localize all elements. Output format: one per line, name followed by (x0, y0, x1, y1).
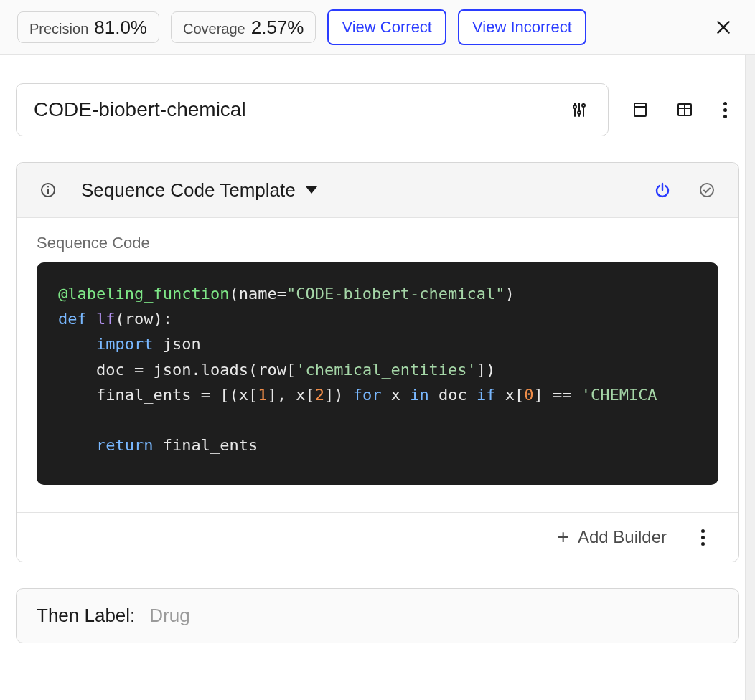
template-dropdown-label: Sequence Code Template (81, 179, 296, 202)
builder-card-footer: + Add Builder (17, 513, 738, 562)
more-menu-icon[interactable] (718, 100, 732, 120)
precision-value: 81.0% (94, 18, 147, 37)
lf-name-box[interactable]: CODE-biobert-chemical (16, 83, 609, 136)
panel-icon[interactable] (629, 98, 652, 121)
builder-card: Sequence Code Template Sequence Code @la… (16, 162, 739, 562)
close-icon[interactable] (709, 13, 738, 42)
precision-chip[interactable]: Precision 81.0% (17, 11, 159, 43)
code-section-label: Sequence Code (37, 234, 718, 252)
then-label-value: Drug (149, 605, 189, 627)
add-builder-label: Add Builder (578, 527, 667, 547)
precision-label: Precision (29, 22, 88, 36)
chevron-down-icon (306, 186, 317, 194)
svg-point-15 (47, 186, 49, 188)
scrollbar[interactable] (745, 55, 755, 700)
coverage-label: Coverage (183, 22, 245, 36)
coverage-value: 2.57% (251, 18, 304, 37)
lf-title-row: CODE-biobert-chemical (16, 83, 739, 136)
svg-point-6 (578, 111, 581, 114)
add-builder-button[interactable]: + Add Builder (558, 527, 667, 547)
svg-point-7 (582, 104, 585, 107)
svg-point-17 (700, 184, 713, 197)
template-dropdown[interactable]: Sequence Code Template (81, 179, 317, 202)
content-area: CODE-biobert-chemical (0, 55, 755, 700)
lf-name: CODE-biobert-chemical (34, 98, 568, 121)
builder-more-menu-icon[interactable] (695, 527, 710, 547)
builder-card-body: Sequence Code @labeling_function(name="C… (17, 218, 738, 513)
tune-icon[interactable] (568, 98, 591, 121)
view-incorrect-button[interactable]: View Incorrect (458, 9, 586, 45)
then-label-key: Then Label: (37, 605, 135, 627)
view-correct-button[interactable]: View Correct (327, 9, 446, 45)
svg-rect-8 (634, 103, 646, 116)
code-editor[interactable]: @labeling_function(name="CODE-biobert-ch… (37, 262, 718, 485)
coverage-chip[interactable]: Coverage 2.57% (171, 11, 316, 43)
table-icon[interactable] (673, 98, 696, 121)
check-circle-icon[interactable] (695, 179, 718, 202)
top-stats-bar: Precision 81.0% Coverage 2.57% View Corr… (0, 0, 755, 55)
info-icon[interactable] (37, 179, 60, 202)
svg-point-5 (573, 105, 576, 108)
builder-card-header: Sequence Code Template (17, 163, 738, 218)
power-icon[interactable] (651, 179, 674, 202)
plus-icon: + (558, 527, 569, 547)
then-label-row[interactable]: Then Label: Drug (16, 588, 739, 643)
